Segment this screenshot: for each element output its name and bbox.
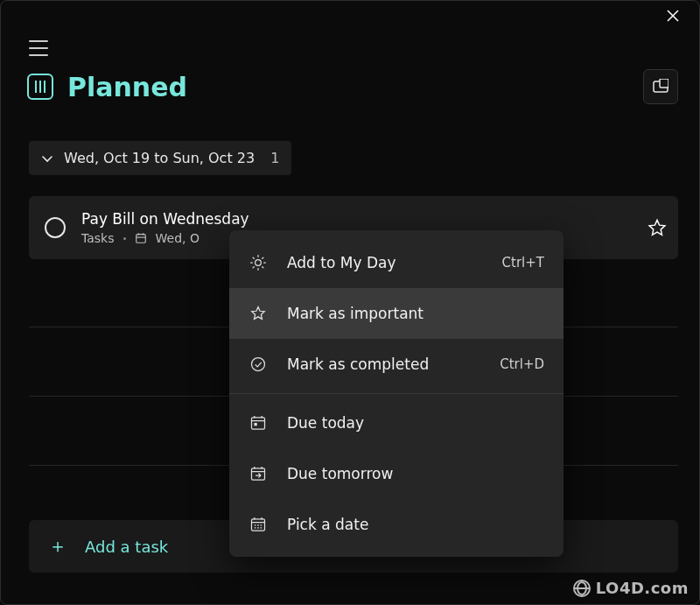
menu-separator [229, 393, 564, 394]
date-group-label: Wed, Oct 19 to Sun, Oct 23 [64, 150, 255, 166]
menu-due-today[interactable]: Due today [229, 397, 564, 448]
menu-pick-date[interactable]: Pick a date [229, 499, 564, 550]
calendar-today-icon [248, 413, 268, 433]
menu-item-shortcut: Ctrl+D [500, 356, 544, 372]
page-header: Planned [27, 69, 678, 104]
svg-rect-2 [136, 235, 145, 243]
page-title: Planned [67, 72, 187, 102]
menu-item-label: Due tomorrow [287, 465, 544, 482]
svg-rect-7 [252, 468, 265, 480]
menu-item-label: Due today [287, 414, 544, 432]
menu-item-shortcut: Ctrl+T [502, 255, 544, 271]
svg-rect-6 [254, 423, 256, 426]
check-circle-icon [248, 355, 268, 374]
meta-separator-dot [123, 237, 126, 240]
complete-checkbox[interactable] [45, 217, 66, 238]
chevron-down-icon [41, 152, 53, 165]
date-group-header[interactable]: Wed, Oct 19 to Sun, Oct 23 1 [29, 141, 291, 175]
svg-point-4 [252, 358, 265, 371]
add-task-label: Add a task [85, 538, 168, 556]
date-group-count: 1 [270, 150, 279, 166]
panel-icon [653, 79, 668, 95]
menu-item-label: Mark as completed [287, 355, 480, 373]
svg-rect-5 [252, 418, 265, 429]
calendar-pick-icon [248, 515, 268, 534]
plus-icon: ＋ [48, 533, 67, 559]
sun-icon [248, 253, 268, 272]
titlebar [1, 1, 699, 31]
star-icon [248, 304, 268, 323]
menu-item-label: Add to My Day [287, 254, 483, 271]
menu-item-label: Pick a date [287, 516, 544, 533]
task-text-block: Pay Bill on Wednesday Tasks Wed, O [81, 210, 249, 245]
mark-important-star[interactable] [641, 212, 673, 243]
menu-mark-important[interactable]: Mark as important [229, 288, 564, 339]
star-outline-icon [648, 218, 667, 237]
hamburger-menu-button[interactable] [29, 34, 57, 62]
menu-add-to-my-day[interactable]: Add to My Day Ctrl+T [229, 237, 564, 288]
watermark-text: LO4D.com [596, 579, 689, 597]
calendar-small-icon [135, 232, 147, 244]
app-window: Planned Wed, Oct 19 to Sun, Oct 23 1 Pay… [0, 0, 700, 605]
toggle-suggestions-button[interactable] [643, 69, 678, 104]
planned-list-icon [27, 74, 53, 100]
watermark: LO4D.com [573, 579, 689, 597]
task-title: Pay Bill on Wednesday [81, 210, 249, 228]
task-due-date: Wed, O [156, 231, 200, 245]
task-context-menu: Add to My Day Ctrl+T Mark as important M… [229, 230, 564, 557]
menu-mark-completed[interactable]: Mark as completed Ctrl+D [229, 339, 564, 390]
globe-icon [573, 580, 591, 597]
svg-rect-1 [660, 79, 668, 88]
calendar-tomorrow-icon [248, 464, 268, 483]
task-list-name: Tasks [81, 231, 115, 245]
close-icon [667, 10, 679, 22]
menu-item-label: Mark as important [287, 305, 525, 322]
window-close-button[interactable] [655, 1, 690, 31]
svg-point-3 [256, 260, 262, 266]
menu-due-tomorrow[interactable]: Due tomorrow [229, 448, 564, 499]
task-metadata: Tasks Wed, O [81, 231, 249, 245]
